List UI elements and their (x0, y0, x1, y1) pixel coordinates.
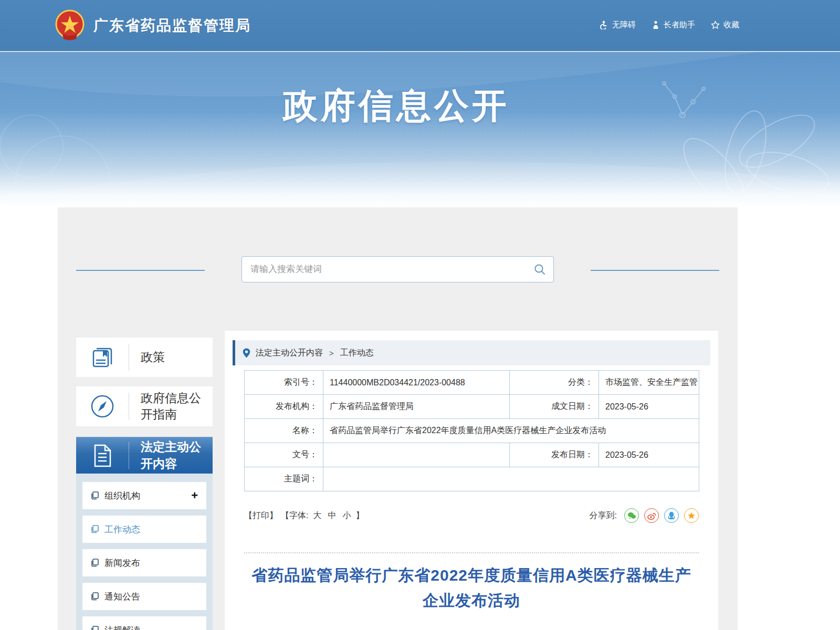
share-label: 分享到: (590, 510, 617, 521)
banner: 政府信息公开 (0, 52, 840, 207)
table-row: 主题词： (245, 467, 699, 491)
pages-icon (91, 559, 99, 567)
print-button[interactable]: 【打印】 (244, 510, 278, 521)
pages-icon (91, 592, 99, 601)
main-panel: 法定主动公开内容 > 工作动态 索引号： 11440000MB2D034421/… (225, 331, 718, 630)
breadcrumb-separator: > (329, 349, 334, 358)
wechat-share-icon[interactable] (624, 508, 639, 523)
subject-label: 主题词： (245, 467, 323, 491)
expand-plus-icon[interactable]: + (191, 490, 198, 501)
elder-assist-label: 长者助手 (664, 20, 695, 30)
location-pin-icon (243, 348, 250, 358)
qq-share-icon[interactable] (664, 508, 679, 523)
submenu-item-news-release-label: 新闻发布 (104, 557, 198, 569)
submenu-item-organization[interactable]: 组织机构 + (82, 482, 206, 509)
site-header: 广东省药品监督管理局 无障碍 长者助手 (0, 0, 840, 51)
font-size-large-button[interactable]: 大 (313, 510, 321, 521)
article-title: 省药品监管局举行广东省2022年度质量信用A类医疗器械生产企业发布活动 (244, 563, 699, 613)
submenu-item-work-updates-label: 工作动态 (104, 523, 198, 536)
sidebar: 政策 政府信息公开指南 (76, 338, 213, 630)
search-box (242, 256, 554, 282)
category-label: 分类： (510, 371, 599, 395)
header-utility-links: 无障碍 长者助手 收藏 (600, 20, 739, 30)
accessibility-icon (600, 20, 608, 29)
publisher-label: 发布机构： (245, 395, 323, 419)
pages-icon (91, 626, 99, 630)
font-size-prefix: 【字体: (281, 510, 308, 521)
document-info-table: 索引号： 11440000MB2D034421/2023-00488 分类： 市… (244, 370, 699, 491)
page: 广东省药品监督管理局 无障碍 长者助手 (0, 0, 840, 630)
accessibility-label: 无障碍 (612, 20, 636, 30)
breadcrumb-level2[interactable]: 工作动态 (340, 348, 374, 359)
font-size-suffix: 】 (355, 510, 364, 521)
sidebar-item-statutory-disclosure-label: 法定主动公开内容 (129, 439, 213, 471)
document-icon (76, 443, 129, 468)
elder-assist-link[interactable]: 长者助手 (652, 20, 695, 30)
favorite-link[interactable]: 收藏 (711, 20, 739, 30)
doc-no-value (323, 443, 510, 467)
share-bar: 分享到: (590, 508, 699, 523)
date-written-value: 2023-05-26 (599, 395, 699, 419)
sidebar-item-statutory-disclosure[interactable]: 法定主动公开内容 (76, 437, 213, 474)
sidebar-item-policy-label: 政策 (129, 349, 213, 365)
index-value: 11440000MB2D034421/2023-00488 (323, 371, 510, 395)
submenu-item-regulation-interpretation[interactable]: 法规解读 (82, 616, 206, 630)
qzone-share-icon[interactable] (684, 508, 699, 523)
sidebar-item-info-guide-label: 政府信息公开指南 (129, 390, 213, 423)
table-row: 文号： 发布日期： 2023-05-26 (245, 443, 699, 467)
page-title: 政府信息公开 (283, 82, 510, 130)
sidebar-item-policy[interactable]: 政策 (76, 338, 213, 377)
submenu-item-regulation-interpretation-label: 法规解读 (104, 624, 198, 630)
table-row: 发布机构： 广东省药品监督管理局 成文日期： 2023-05-26 (245, 395, 699, 419)
doc-no-label: 文号： (245, 443, 323, 467)
name-label: 名称： (245, 419, 323, 443)
table-row: 名称： 省药品监管局举行广东省2022年度质量信用A类医疗器械生产企业发布活动 (245, 419, 699, 443)
font-size-medium-button[interactable]: 中 (328, 510, 336, 521)
search-icon (533, 263, 546, 276)
compass-icon (76, 393, 129, 419)
submenu-item-notices-label: 通知公告 (104, 591, 198, 603)
breadcrumb-level1[interactable]: 法定主动公开内容 (256, 348, 323, 359)
site-title: 广东省药品监督管理局 (93, 16, 251, 36)
content-card: 政策 政府信息公开指南 (58, 207, 738, 630)
elder-icon (652, 20, 660, 29)
sidebar-item-info-guide[interactable]: 政府信息公开指南 (76, 386, 213, 426)
decor-line-right (591, 270, 719, 271)
category-value: 市场监管、安全生产监管 (599, 371, 699, 395)
submenu-item-news-release[interactable]: 新闻发布 (82, 549, 206, 576)
decor-line-left (76, 270, 205, 271)
book-icon (76, 345, 129, 370)
submenu-item-organization-label: 组织机构 (104, 490, 191, 502)
star-icon (711, 20, 720, 29)
font-size-small-button[interactable]: 小 (342, 510, 351, 521)
toolbar-left: 【打印】 【字体: 大 中 小 】 (244, 510, 364, 521)
submenu-item-work-updates[interactable]: 工作动态 (82, 516, 206, 543)
weibo-share-icon[interactable] (644, 508, 659, 523)
breadcrumb: 法定主动公开内容 > 工作动态 (233, 340, 710, 365)
date-pub-label: 发布日期： (510, 443, 599, 467)
date-written-label: 成文日期： (510, 395, 599, 419)
accessibility-link[interactable]: 无障碍 (600, 20, 636, 30)
search-input[interactable] (242, 257, 526, 282)
national-emblem-logo (54, 9, 86, 42)
sidebar-submenu: 组织机构 + 工作动态 新闻发布 (76, 474, 213, 630)
pages-icon (91, 525, 99, 533)
search-button[interactable] (526, 257, 553, 282)
emblem-icon (54, 9, 86, 42)
table-row: 索引号： 11440000MB2D034421/2023-00488 分类： 市… (245, 371, 699, 395)
article-toolbar: 【打印】 【字体: 大 中 小 】 分享到: (244, 508, 699, 523)
subject-value (323, 467, 699, 491)
name-value: 省药品监管局举行广东省2022年度质量信用A类医疗器械生产企业发布活动 (323, 419, 699, 443)
favorite-label: 收藏 (723, 20, 739, 30)
banner-decoration (0, 52, 840, 207)
date-pub-value: 2023-05-26 (599, 443, 699, 467)
submenu-item-notices[interactable]: 通知公告 (82, 583, 206, 610)
publisher-value: 广东省药品监督管理局 (323, 395, 510, 419)
dotted-divider (244, 552, 699, 553)
pages-icon (91, 491, 99, 500)
index-label: 索引号： (245, 371, 323, 395)
